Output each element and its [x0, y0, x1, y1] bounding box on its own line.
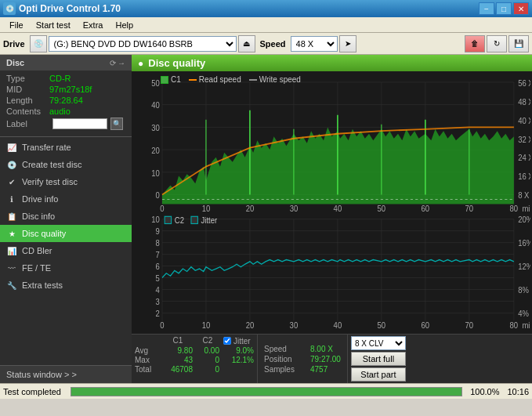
- minimize-button[interactable]: −: [479, 2, 494, 15]
- progress-container: [71, 387, 462, 396]
- start-full-button[interactable]: Start full: [351, 352, 406, 366]
- speed-label: Speed: [260, 39, 286, 49]
- speed-select[interactable]: 48 X: [291, 36, 338, 52]
- stats-avg-label: Avg: [135, 346, 160, 355]
- svg-text:4%: 4%: [518, 309, 529, 318]
- sidebar-item-verify-test-disc[interactable]: ✔ Verify test disc: [0, 173, 132, 190]
- type-value: CD-R: [49, 74, 71, 83]
- progress-bar: [71, 388, 461, 396]
- content-area: ● Disc quality C1 Read speed: [132, 55, 532, 383]
- stats-total-c1: 46708: [163, 365, 193, 374]
- sidebar-item-label: Create test disc: [22, 160, 81, 169]
- stats-max-label: Max: [135, 356, 160, 364]
- label-label: Label: [6, 119, 49, 128]
- legend-c1-label: C1: [171, 75, 181, 84]
- svg-text:8 X: 8 X: [518, 191, 529, 201]
- svg-text:20%: 20%: [518, 215, 530, 224]
- speed-position-stats: Speed 8.00 X Position 79:27.00 Samples 4…: [258, 335, 348, 383]
- stats-total-jitter: [223, 365, 254, 374]
- sidebar-item-drive-info[interactable]: ℹ Drive info: [0, 190, 132, 208]
- stats-avg-c1: 9.80: [163, 346, 193, 355]
- svg-text:30: 30: [290, 321, 299, 330]
- label-icon-button[interactable]: 🔍: [110, 118, 123, 130]
- legend-write-speed: Write speed: [249, 75, 301, 84]
- clear-button[interactable]: 🗑: [465, 35, 485, 52]
- progress-percent: 100.0%: [465, 387, 504, 396]
- disc-header: Disc ⟳ →: [0, 55, 132, 71]
- sidebar-item-fe-te[interactable]: 〰 FE / TE: [0, 259, 132, 277]
- menu-help[interactable]: Help: [109, 19, 139, 31]
- menu-extra[interactable]: Extra: [77, 19, 110, 31]
- app-icon: 💿: [3, 2, 16, 15]
- sidebar-item-extra-tests[interactable]: 🔧 Extra tests: [0, 277, 132, 294]
- svg-text:0: 0: [160, 204, 165, 214]
- menu-file[interactable]: File: [3, 19, 30, 31]
- disc-info-icon: 📋: [6, 211, 17, 222]
- speed-clv-select[interactable]: 8 X CLV: [351, 336, 406, 350]
- svg-text:8%: 8%: [518, 286, 529, 295]
- sidebar-item-label: Disc quality: [22, 229, 66, 238]
- svg-text:10: 10: [202, 204, 211, 214]
- svg-rect-80: [165, 217, 171, 224]
- svg-text:70: 70: [465, 204, 474, 214]
- length-value: 79:28.64: [49, 96, 83, 105]
- svg-text:9: 9: [156, 227, 161, 236]
- mid-label: MID: [6, 85, 49, 94]
- disc-arrow-icon[interactable]: →: [118, 59, 125, 67]
- contents-label: Contents: [6, 107, 49, 116]
- chart2-container: 10 9 8 7 6 5 4 3 2 20% 16% 12% 8% 4%: [133, 215, 530, 332]
- svg-text:4: 4: [156, 286, 161, 295]
- stats-empty-header: [135, 336, 160, 345]
- drive-select[interactable]: (G:) BENQ DVD DD DW1640 BSRB: [49, 36, 237, 52]
- position-stat-row: Position 79:27.00: [264, 355, 341, 364]
- sidebar-item-transfer-rate[interactable]: 📈 Transfer rate: [0, 139, 132, 156]
- maximize-button[interactable]: □: [496, 2, 512, 15]
- label-input[interactable]: [52, 118, 107, 129]
- svg-text:8: 8: [156, 239, 161, 248]
- title-bar: 💿 Opti Drive Control 1.70 − □ ✕: [0, 0, 532, 17]
- chart2-svg: 10 9 8 7 6 5 4 3 2 20% 16% 12% 8% 4%: [133, 215, 530, 332]
- stats-headers: C1 C2 Jitter: [135, 336, 254, 345]
- svg-text:20: 20: [246, 204, 255, 214]
- position-stat-label: Position: [264, 355, 307, 364]
- refresh-button[interactable]: ↻: [487, 35, 507, 52]
- stats-bar: C1 C2 Jitter Avg 9.80 0.00 9.0% Max 43: [132, 334, 532, 383]
- sidebar-item-disc-quality[interactable]: ★ Disc quality: [0, 225, 132, 242]
- status-bar: Test completed 100.0% 10:16: [0, 383, 532, 399]
- start-part-button[interactable]: Start part: [351, 367, 406, 382]
- drive-icon: 💿: [30, 35, 47, 52]
- drive-bar: Drive 💿 (G:) BENQ DVD DD DW1640 BSRB ⏏ S…: [0, 33, 532, 55]
- disc-info-section: Type CD-R MID 97m27s18f Length 79:28.64 …: [0, 71, 132, 135]
- disc-quality-header: ● Disc quality: [132, 55, 532, 71]
- drive-info-icon: ℹ: [6, 194, 17, 204]
- svg-text:7: 7: [156, 251, 161, 259]
- sidebar-item-disc-info[interactable]: 📋 Disc info: [0, 208, 132, 225]
- save-button[interactable]: 💾: [508, 35, 529, 52]
- verify-test-disc-icon: ✔: [6, 176, 17, 187]
- sidebar-item-create-test-disc[interactable]: 💿 Create test disc: [0, 156, 132, 173]
- status-window-button[interactable]: Status window > >: [0, 365, 132, 383]
- svg-text:0: 0: [160, 321, 165, 330]
- mid-value: 97m27s18f: [49, 85, 92, 94]
- svg-text:0: 0: [156, 191, 161, 201]
- title-bar-left: 💿 Opti Drive Control 1.70: [3, 2, 121, 15]
- speed-stat-value: 8.00 X: [310, 345, 333, 353]
- sidebar-item-label: Extra tests: [22, 280, 63, 290]
- stats-max-c2: 0: [196, 356, 219, 364]
- close-button[interactable]: ✕: [513, 2, 529, 15]
- legend-c1: C1: [161, 75, 181, 84]
- speed-arrow-button[interactable]: ➤: [339, 35, 356, 52]
- menu-start-test[interactable]: Start test: [30, 19, 77, 31]
- svg-text:48 X: 48 X: [518, 97, 530, 107]
- transfer-rate-icon: 📈: [6, 142, 17, 153]
- jitter-checkbox[interactable]: [223, 337, 231, 345]
- contents-value: audio: [49, 107, 71, 116]
- window-controls: − □ ✕: [479, 2, 529, 15]
- svg-text:5: 5: [156, 274, 161, 283]
- disc-refresh-icon[interactable]: ⟳: [110, 59, 116, 67]
- eject-button[interactable]: ⏏: [238, 35, 255, 52]
- svg-text:min: min: [522, 204, 530, 214]
- sidebar-item-cd-bler[interactable]: 📊 CD Bler: [0, 242, 132, 259]
- chart1-legend: C1 Read speed Write speed: [133, 74, 530, 85]
- legend-read-speed: Read speed: [189, 75, 241, 84]
